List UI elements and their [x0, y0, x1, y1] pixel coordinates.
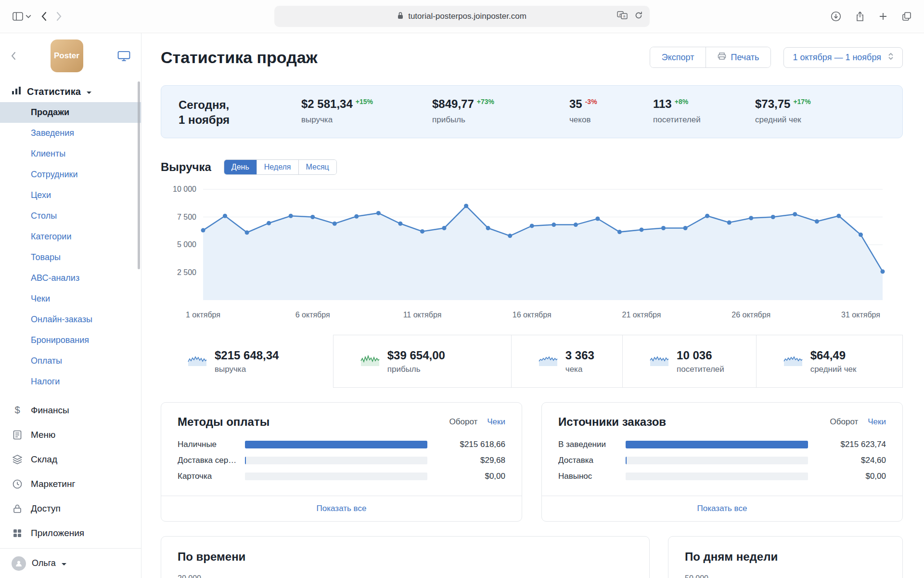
sidebar-item-clients[interactable]: Клиенты	[0, 144, 141, 164]
card-title: Источники заказов	[558, 415, 666, 429]
downloads-icon[interactable]	[831, 11, 841, 22]
tab-month[interactable]: Месяц	[298, 160, 336, 174]
sidebar-item-categories[interactable]: Категории	[0, 226, 141, 247]
bar-track	[245, 457, 427, 464]
export-button[interactable]: Экспорт	[650, 47, 706, 67]
sidebar-item-workshops[interactable]: Цехи	[0, 185, 141, 206]
new-tab-icon[interactable]	[879, 12, 887, 21]
bar-track	[245, 441, 427, 448]
metric-value: $849,77	[432, 97, 474, 111]
sidebar-item-sales[interactable]: Продажи	[0, 102, 141, 123]
tab-week[interactable]: Неделя	[257, 160, 298, 174]
sidebar-item-receipts[interactable]: Чеки	[0, 289, 141, 309]
lock-icon	[398, 12, 403, 22]
bar-track	[626, 441, 808, 448]
sidebar-item-finance[interactable]: $ Финансы	[0, 398, 141, 422]
lock-icon	[12, 504, 23, 513]
total-receipts[interactable]: 3 363чека	[511, 335, 622, 388]
sidebar-back-icon[interactable]	[11, 52, 16, 60]
y-axis-label: 50 000	[685, 574, 886, 578]
total-value: 10 036	[677, 349, 724, 362]
turnover-toggle[interactable]: Оборот	[830, 417, 859, 427]
sparkline-icon	[783, 354, 803, 368]
show-all-link[interactable]: Показать все	[317, 504, 367, 513]
sidebar-item-statistics[interactable]: Статистика	[0, 79, 141, 102]
total-label: средний чек	[810, 365, 857, 374]
total-average-check[interactable]: $64,49средний чек	[756, 335, 903, 388]
summary-metric-revenue: $2 581,34+15% выручка	[301, 97, 432, 125]
browser-chrome: tutorial-posterpos.joinposter.com Aa	[0, 0, 924, 33]
payment-methods-card: Методы оплаты Оборот Чеки Наличные $215 …	[161, 402, 522, 522]
bar-track	[245, 473, 427, 480]
total-visitors[interactable]: 10 036посетителей	[622, 335, 756, 388]
poster-logo[interactable]: Poster	[51, 39, 83, 72]
bar-fill	[245, 457, 246, 464]
print-label: Печать	[731, 53, 759, 63]
payment-row-delivery: Доставка сер… $29,68	[178, 452, 505, 468]
section-label: Меню	[31, 430, 55, 440]
date-range-select[interactable]: 1 октября — 1 ноября	[783, 47, 903, 68]
user-chevron-icon	[62, 563, 66, 565]
document-icon	[12, 430, 23, 440]
sidebar-item-abc-analysis[interactable]: АВС-анализ	[0, 268, 141, 289]
back-icon[interactable]	[41, 12, 47, 21]
sidebar-toggle-icon[interactable]	[13, 12, 31, 21]
section-label: Склад	[31, 454, 57, 465]
bar-chart-icon	[12, 86, 21, 97]
payment-row-cash: Наличные $215 618,66	[178, 436, 505, 452]
sidebar-sections: $ Финансы Меню Склад	[0, 398, 141, 545]
sidebar-item-taxes[interactable]: Налоги	[0, 371, 141, 392]
sidebar-item-payments[interactable]: Оплаты	[0, 351, 141, 371]
translate-icon[interactable]: Aa	[617, 11, 628, 22]
source-row-in-venue: В заведении $215 623,74	[558, 436, 886, 452]
reload-icon[interactable]	[634, 11, 643, 22]
metric-value: $2 581,34	[301, 97, 353, 111]
receipts-toggle[interactable]: Чеки	[487, 417, 505, 427]
sidebar-statistics-label: Статистика	[27, 86, 81, 97]
by-time-card: По времени 20 000	[161, 536, 650, 578]
tab-overview-icon[interactable]	[902, 12, 911, 21]
sidebar-item-access[interactable]: Доступ	[0, 496, 141, 521]
sidebar-item-menu[interactable]: Меню	[0, 422, 141, 447]
sidebar-item-tables[interactable]: Столы	[0, 206, 141, 226]
metric-value: 35	[569, 97, 582, 111]
receipts-toggle[interactable]: Чеки	[868, 417, 886, 427]
svg-text:16 октября: 16 октября	[513, 311, 552, 319]
sidebar-item-products[interactable]: Товары	[0, 247, 141, 268]
turnover-toggle[interactable]: Оборот	[449, 417, 478, 427]
tab-day[interactable]: День	[224, 160, 257, 174]
sidebar-item-apps[interactable]: Приложения	[0, 521, 141, 545]
print-button[interactable]: Печать	[706, 47, 770, 67]
sidebar-item-bookings[interactable]: Бронирования	[0, 330, 141, 351]
sidebar-item-online-orders[interactable]: Онлайн-заказы	[0, 309, 141, 330]
summary-metric-average-check: $73,75+17% средний чек	[755, 97, 885, 125]
sidebar-scrollbar[interactable]	[138, 81, 140, 269]
printer-icon	[718, 52, 726, 63]
total-revenue[interactable]: $215 648,34выручка	[161, 335, 333, 388]
bar-fill	[626, 441, 808, 448]
sidebar-item-venues[interactable]: Заведения	[0, 123, 141, 144]
svg-text:10 000: 10 000	[173, 185, 196, 193]
section-label: Доступ	[31, 503, 61, 514]
total-label: прибыль	[387, 365, 445, 374]
terminal-icon[interactable]	[117, 51, 130, 62]
by-weekday-card: По дням недели 50 000	[668, 536, 903, 578]
user-menu[interactable]: Ольга	[0, 548, 141, 578]
export-print-group: Экспорт Печать	[650, 47, 771, 68]
url-bar[interactable]: tutorial-posterpos.joinposter.com Aa	[274, 6, 650, 27]
summary-date: Сегодня, 1 ноября	[179, 97, 301, 127]
total-label: чека	[565, 365, 594, 374]
y-axis-label: 20 000	[178, 574, 633, 578]
show-all-link[interactable]: Показать все	[697, 504, 747, 513]
total-value: 3 363	[565, 349, 594, 362]
totals-row: $215 648,34выручка $39 654,00прибыль 3 3…	[161, 335, 903, 388]
forward-icon[interactable]	[56, 12, 62, 21]
total-profit[interactable]: $39 654,00прибыль	[333, 335, 511, 388]
sidebar-item-marketing[interactable]: Маркетинг	[0, 472, 141, 496]
revenue-chart: 2 5005 0007 50010 0001 октября6 октября1…	[161, 180, 903, 324]
metric-delta: +15%	[356, 98, 373, 105]
bar-track	[626, 473, 808, 480]
sidebar-item-warehouse[interactable]: Склад	[0, 447, 141, 472]
share-icon[interactable]	[856, 11, 864, 22]
sidebar-item-employees[interactable]: Сотрудники	[0, 164, 141, 185]
